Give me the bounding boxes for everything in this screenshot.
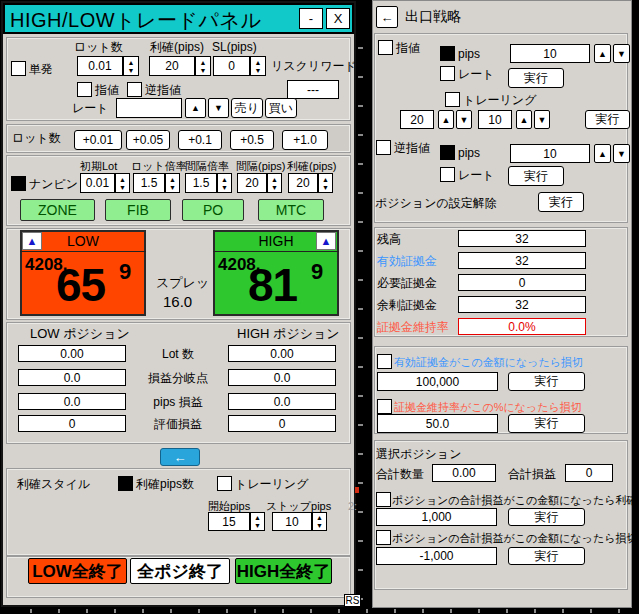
spin-down-icon[interactable]: ▼: [119, 184, 126, 191]
spin-up-icon[interactable]: ▲: [221, 176, 228, 183]
lot-size-spinner[interactable]: ▲▼: [123, 56, 139, 76]
exit-stop-pips-checkbox[interactable]: [440, 145, 455, 160]
spin-down-icon[interactable]: ▼: [255, 67, 262, 74]
nanpin-checkbox[interactable]: [11, 176, 26, 191]
low-up-arrow-icon[interactable]: ▲: [22, 232, 42, 250]
lot-add-001-button[interactable]: +0.01: [74, 130, 122, 150]
spin-up-icon[interactable]: ▲: [322, 176, 329, 183]
panel-back-button[interactable]: ←: [376, 6, 398, 28]
po-button[interactable]: PO: [182, 199, 244, 221]
exit-limit-checkbox[interactable]: [378, 40, 393, 55]
start-pips-input[interactable]: 15: [208, 512, 250, 531]
selected-sl-exec-button[interactable]: 実行: [508, 547, 585, 565]
lot-multiplier-input[interactable]: 1.5: [133, 173, 165, 193]
trailing-mode-checkbox[interactable]: [217, 476, 232, 491]
spin-up-icon[interactable]: ▲: [255, 59, 262, 66]
spin-up-icon[interactable]: ▲: [200, 59, 207, 66]
trailing-stop-down-button[interactable]: ▼: [534, 110, 550, 129]
gap-pips-input[interactable]: 20: [237, 173, 267, 193]
close-button[interactable]: X: [326, 8, 350, 29]
selected-sl-checkbox[interactable]: [376, 530, 391, 545]
nanpin-tp-input[interactable]: 20: [288, 173, 318, 193]
margin-stopout-checkbox[interactable]: [377, 399, 392, 414]
lot-add-01-button[interactable]: +0.1: [178, 130, 222, 150]
spin-up-icon[interactable]: ▲: [169, 176, 176, 183]
exit-limit-pips-input[interactable]: 10: [510, 44, 590, 63]
mtc-button[interactable]: MTC: [258, 199, 324, 221]
exit-stop-down-button[interactable]: ▼: [613, 144, 630, 163]
buy-button[interactable]: 買い: [265, 98, 297, 118]
lot-multiplier-spinner[interactable]: ▲▼: [165, 173, 180, 193]
exit-limit-pips-checkbox[interactable]: [440, 46, 455, 61]
nanpin-tp-spinner[interactable]: ▲▼: [318, 173, 333, 193]
gap-multiplier-spinner[interactable]: ▲▼: [217, 173, 232, 193]
spin-down-icon[interactable]: ▼: [322, 184, 329, 191]
initial-lot-spinner[interactable]: ▲▼: [115, 173, 130, 193]
exit-limit-rate-checkbox[interactable]: [440, 66, 455, 81]
exit-stop-pips-input[interactable]: 10: [510, 144, 590, 163]
stop-loss-input[interactable]: 0: [213, 56, 250, 76]
single-shot-checkbox[interactable]: [11, 61, 26, 76]
rate-input[interactable]: [116, 98, 182, 118]
minimize-button[interactable]: -: [299, 8, 323, 29]
rate-down-button[interactable]: ▼: [208, 98, 229, 118]
exit-stop-rate-checkbox[interactable]: [440, 167, 455, 182]
equity-stopout-exec-button[interactable]: 実行: [508, 372, 585, 391]
trailing-start-input[interactable]: 20: [400, 110, 434, 129]
lot-size-input[interactable]: 0.01: [77, 56, 123, 76]
high-up-arrow-icon[interactable]: ▲: [316, 232, 336, 250]
lot-add-05-button[interactable]: +0.5: [230, 130, 274, 150]
spin-up-icon[interactable]: ▲: [254, 514, 261, 521]
fib-button[interactable]: FIB: [105, 199, 171, 221]
take-profit-input[interactable]: 20: [149, 56, 195, 76]
exit-limit-exec-button[interactable]: 実行: [508, 68, 564, 88]
spin-up-icon[interactable]: ▲: [271, 176, 278, 183]
selected-tp-input[interactable]: 1,000: [376, 508, 497, 526]
sell-button[interactable]: 売り: [231, 98, 263, 118]
exit-stop-up-button[interactable]: ▲: [594, 144, 611, 163]
spin-down-icon[interactable]: ▼: [271, 184, 278, 191]
spin-up-icon[interactable]: ▲: [119, 176, 126, 183]
equity-stopout-checkbox[interactable]: [377, 354, 392, 369]
margin-stopout-input[interactable]: 50.0: [377, 414, 498, 433]
exit-limit-down-button[interactable]: ▼: [613, 44, 630, 63]
stop-loss-spinner[interactable]: ▲▼: [250, 56, 266, 76]
spin-up-icon[interactable]: ▲: [128, 59, 135, 66]
trailing-exec-button[interactable]: 実行: [585, 110, 630, 129]
zone-button[interactable]: ZONE: [20, 199, 95, 221]
exit-stop-exec-button[interactable]: 実行: [508, 166, 564, 186]
collapse-left-button[interactable]: ←: [160, 448, 200, 466]
spin-down-icon[interactable]: ▼: [316, 522, 323, 529]
spin-down-icon[interactable]: ▼: [254, 522, 261, 529]
spin-up-icon[interactable]: ▲: [316, 514, 323, 521]
tp-pips-mode-checkbox[interactable]: [118, 476, 133, 491]
margin-stopout-exec-button[interactable]: 実行: [508, 414, 585, 433]
exit-trailing-checkbox[interactable]: [445, 92, 460, 107]
close-all-high-button[interactable]: HIGH全終了: [235, 558, 332, 584]
close-all-positions-button[interactable]: 全ポジ終了: [130, 558, 230, 584]
rate-up-button[interactable]: ▲: [185, 98, 206, 118]
equity-stopout-input[interactable]: 100,000: [377, 372, 498, 391]
selected-tp-exec-button[interactable]: 実行: [508, 508, 585, 526]
spin-down-icon[interactable]: ▼: [169, 184, 176, 191]
trailing-stop-up-button[interactable]: ▲: [516, 110, 532, 129]
limit-order-checkbox[interactable]: [77, 82, 92, 97]
selected-tp-checkbox[interactable]: [376, 492, 391, 507]
stop-order-checkbox[interactable]: [127, 82, 142, 97]
start-pips-spinner[interactable]: ▲▼: [250, 512, 265, 531]
exit-stop-checkbox[interactable]: [376, 140, 391, 155]
exit-limit-up-button[interactable]: ▲: [594, 44, 611, 63]
initial-lot-input[interactable]: 0.01: [80, 173, 115, 193]
take-profit-spinner[interactable]: ▲▼: [195, 56, 211, 76]
selected-sl-input[interactable]: -1,000: [376, 547, 497, 565]
spin-down-icon[interactable]: ▼: [200, 67, 207, 74]
trailing-stop-input[interactable]: 10: [478, 110, 512, 129]
trailing-start-down-button[interactable]: ▼: [456, 110, 472, 129]
stop-pips-spinner[interactable]: ▲▼: [312, 512, 327, 531]
stop-pips-input[interactable]: 10: [272, 512, 312, 531]
spin-down-icon[interactable]: ▼: [221, 184, 228, 191]
gap-pips-spinner[interactable]: ▲▼: [267, 173, 282, 193]
release-settings-exec-button[interactable]: 実行: [538, 192, 584, 212]
close-all-low-button[interactable]: LOW全終了: [28, 558, 127, 584]
spin-down-icon[interactable]: ▼: [128, 67, 135, 74]
